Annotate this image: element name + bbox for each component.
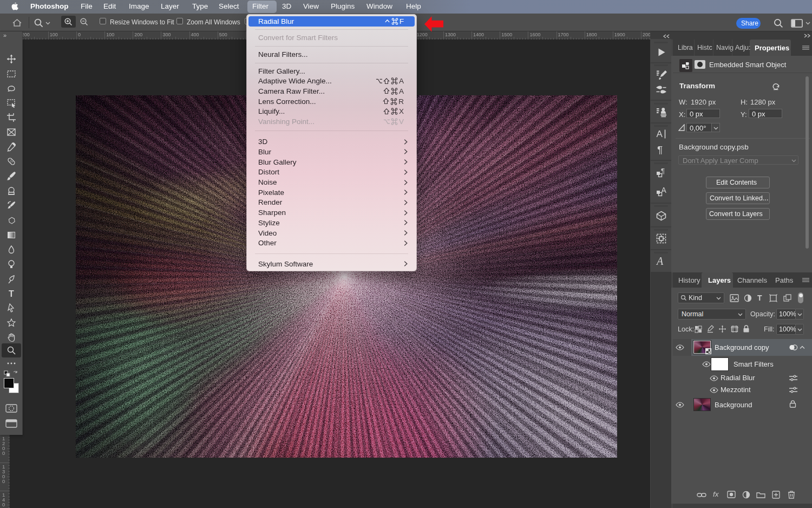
svg-text:T: T bbox=[9, 289, 14, 298]
svg-text:A: A bbox=[657, 129, 663, 139]
svg-text:¶: ¶ bbox=[657, 144, 663, 155]
svg-text:¶: ¶ bbox=[661, 167, 665, 175]
svg-text:A: A bbox=[662, 186, 667, 194]
svg-text:A: A bbox=[656, 255, 664, 267]
